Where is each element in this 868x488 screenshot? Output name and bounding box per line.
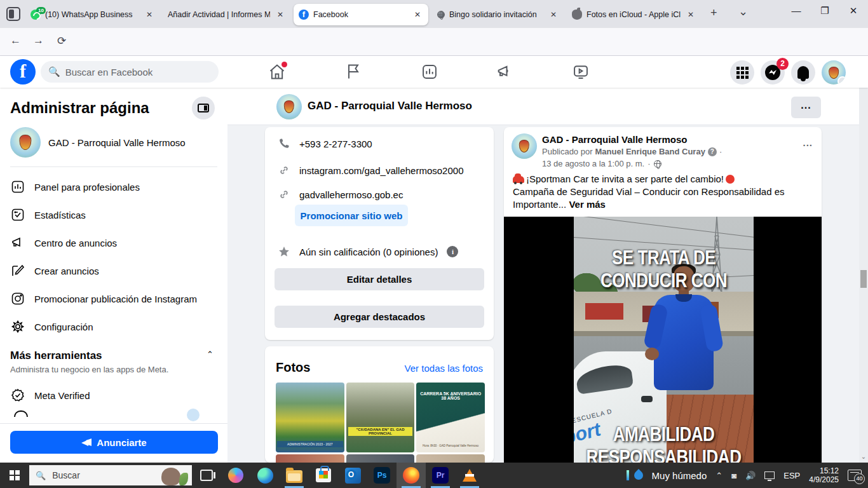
- post-more-button[interactable]: ...: [803, 137, 813, 148]
- premiere-button[interactable]: Pr: [426, 463, 455, 488]
- photo-thumbnail[interactable]: [416, 454, 485, 463]
- firefox-button[interactable]: [397, 463, 426, 488]
- question-badge-icon[interactable]: ?: [708, 147, 717, 156]
- post-date[interactable]: 13 de agosto a la 1:00 p. m.·: [542, 159, 661, 168]
- weather-label[interactable]: Muy húmedo: [652, 470, 707, 481]
- taskbar-search[interactable]: 🔍 Buscar: [29, 465, 192, 485]
- insights-chart-icon[interactable]: [421, 63, 438, 81]
- facebook-header: f 🔍 Buscar en Facebook 2 ⌄: [0, 56, 868, 88]
- messenger-button[interactable]: 2: [761, 60, 785, 85]
- edit-details-button[interactable]: Editar detalles: [275, 268, 484, 290]
- tab-close-icon[interactable]: ✕: [685, 9, 696, 20]
- info-icon[interactable]: i: [447, 246, 458, 257]
- sidebar-page-row[interactable]: GAD - Parroquial Valle Hermoso: [10, 127, 217, 158]
- search-highlight-image[interactable]: [160, 466, 188, 485]
- website-link-row[interactable]: gadvallehermoso.gob.ec: [278, 188, 403, 201]
- promote-website-button[interactable]: Promocionar sitio web: [295, 205, 408, 226]
- tab-close-icon[interactable]: ✕: [412, 9, 423, 20]
- website-link[interactable]: gadvallehermoso.gob.ec: [299, 189, 403, 200]
- notifications-button[interactable]: [791, 60, 815, 85]
- window-maximize-button[interactable]: ❐: [815, 5, 834, 17]
- post-publisher-name[interactable]: Manuel Enrique Band Curay: [595, 147, 705, 156]
- collapse-sidebar-button[interactable]: [192, 97, 215, 119]
- post-video[interactable]: ESCUELA D port SE TRATA DE CONDUCIR CON: [504, 217, 822, 463]
- tray-chevron-icon[interactable]: ⌃: [715, 471, 722, 480]
- home-tab-icon[interactable]: [268, 63, 286, 81]
- edge-icon: [257, 468, 273, 484]
- notification-center-button[interactable]: 40: [848, 470, 862, 481]
- video-tab-icon[interactable]: [572, 63, 590, 81]
- network-icon[interactable]: [764, 471, 775, 479]
- link-icon: [278, 188, 290, 201]
- see-more-link[interactable]: Ver más: [569, 199, 606, 210]
- chevron-up-icon[interactable]: ⌃: [207, 349, 214, 359]
- clock[interactable]: 15:12 4/9/2025: [809, 466, 839, 484]
- sidebar-item-promocionar-instagram[interactable]: Promocionar publicación de Instagram: [10, 286, 217, 311]
- facebook-search[interactable]: 🔍 Buscar en Facebook: [41, 61, 219, 83]
- ads-megaphone-icon[interactable]: [496, 63, 513, 81]
- tab-whatsapp[interactable]: 10 (10) WhatsApp Business ✕: [25, 4, 160, 25]
- browser-tab-strip: 10 (10) WhatsApp Business ✕ Añadir Activ…: [0, 0, 868, 28]
- sidebar-item-meta-verified[interactable]: Meta Verified: [10, 383, 217, 408]
- page-header-avatar[interactable]: [276, 94, 302, 119]
- tab-title: Fotos en iCloud - Apple iClou: [587, 10, 681, 19]
- task-view-button[interactable]: [192, 463, 221, 488]
- sidebar-item-crear-anuncios[interactable]: Crear anuncios: [10, 258, 217, 283]
- file-explorer-button[interactable]: [280, 463, 309, 488]
- instagram-icon: [10, 291, 25, 306]
- task-view-icon: [200, 470, 213, 481]
- sidebar-item-panel-profesionales[interactable]: Panel para profesionales: [10, 174, 217, 200]
- tab-anadir-actividad[interactable]: Añadir Actividad | Informes Mens ✕: [163, 4, 291, 25]
- microsoft-store-button[interactable]: [309, 463, 338, 488]
- photo-thumbnail[interactable]: [416, 383, 485, 452]
- start-button[interactable]: [0, 463, 29, 488]
- firefox-view-icon[interactable]: [6, 7, 20, 21]
- screen-record-icon[interactable]: ◙: [731, 471, 736, 480]
- sidebar-item-centro-anuncios[interactable]: Centro de anuncios: [10, 230, 217, 255]
- tab-list-button[interactable]: ⌄: [738, 4, 748, 18]
- sidebar-item-configuracion[interactable]: Configuración: [10, 314, 217, 339]
- language-indicator[interactable]: ESP: [783, 471, 800, 480]
- scrollbar-thumb[interactable]: [860, 270, 867, 288]
- profile-avatar[interactable]: ⌄: [822, 60, 846, 85]
- photo-thumbnail[interactable]: [276, 383, 344, 452]
- sidebar-item-estadisticas[interactable]: Estadísticas: [10, 202, 217, 227]
- new-tab-button[interactable]: +: [710, 6, 717, 20]
- photo-thumbnail[interactable]: [346, 454, 415, 463]
- tab-facebook-active[interactable]: f Facebook ✕: [294, 4, 428, 25]
- forward-button[interactable]: →: [33, 34, 44, 47]
- photoshop-button[interactable]: Ps: [367, 463, 397, 488]
- post-card: GAD - Parroquial Valle Hermoso Publicado…: [504, 127, 822, 463]
- advertise-button[interactable]: Anunciarte: [10, 431, 218, 454]
- reload-button[interactable]: ⟳: [57, 34, 66, 48]
- tab-close-icon[interactable]: ✕: [144, 9, 155, 20]
- pages-flag-icon[interactable]: [344, 63, 362, 81]
- post-byline: Publicado por Manuel Enrique Band Curay …: [542, 147, 722, 156]
- outlook-button[interactable]: [338, 463, 367, 488]
- add-highlights-button[interactable]: Agregar destacados: [275, 306, 484, 328]
- page-scrollbar[interactable]: ⌃ ⌄: [859, 56, 868, 463]
- tab-icloud[interactable]: Fotos en iCloud - Apple iClou ✕: [567, 4, 702, 25]
- back-button[interactable]: ←: [10, 34, 21, 47]
- post-author-avatar[interactable]: [512, 133, 537, 159]
- scroll-down-arrow[interactable]: ⌄: [859, 453, 868, 460]
- window-close-button[interactable]: ✕: [844, 5, 863, 17]
- cutoff-item-icon: [14, 410, 28, 417]
- photo-thumbnail[interactable]: [276, 454, 344, 463]
- window-minimize-button[interactable]: —: [787, 5, 806, 16]
- tab-close-icon[interactable]: ✕: [275, 9, 286, 20]
- tab-bingo[interactable]: Bingo solidario invitación ✕: [432, 4, 564, 25]
- apps-menu-button[interactable]: [730, 60, 754, 85]
- page-more-button[interactable]: ...: [791, 97, 821, 118]
- speaker-icon[interactable]: 🔊: [745, 471, 756, 480]
- see-all-photos-link[interactable]: Ver todas las fotos: [405, 363, 483, 374]
- copilot-button[interactable]: [221, 463, 250, 488]
- instagram-link-row[interactable]: instagram.com/gad_vallehermoso2000: [278, 164, 463, 177]
- post-author-name[interactable]: GAD - Parroquial Valle Hermoso: [542, 134, 687, 145]
- vlc-button[interactable]: [455, 463, 484, 488]
- edge-button[interactable]: [250, 463, 280, 488]
- instagram-link[interactable]: instagram.com/gad_vallehermoso2000: [299, 165, 463, 176]
- tab-close-icon[interactable]: ✕: [548, 9, 559, 20]
- photo-thumbnail[interactable]: [346, 383, 415, 452]
- facebook-logo[interactable]: f: [10, 59, 36, 85]
